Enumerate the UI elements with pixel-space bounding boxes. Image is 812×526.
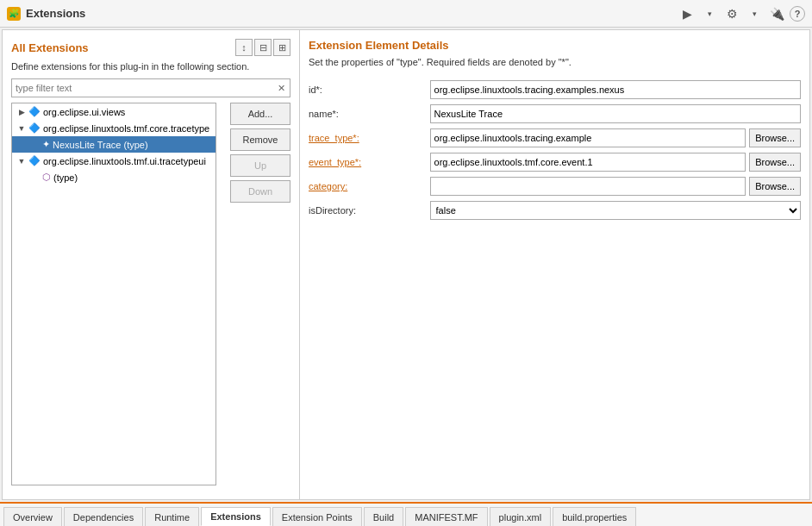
detail-row-id: id*: [309, 78, 801, 102]
detail-desc: Set the properties of "type". Required f… [309, 57, 801, 67]
left-panel: All Extensions ↕ ⊟ ⊞ Define extensions f… [3, 30, 300, 499]
sort-toolbar-btn[interactable]: ↕ [235, 39, 253, 56]
tab-build-properties[interactable]: build.properties [553, 507, 636, 526]
detail-section-title: Extension Element Details [309, 39, 801, 52]
tree-item-tracetype[interactable]: ▼ 🔷 org.eclipse.linuxtools.tmf.core.trac… [12, 120, 215, 136]
all-extensions-title: All Extensions [11, 41, 89, 54]
remove-button[interactable]: Remove [230, 128, 290, 151]
name-input[interactable] [430, 104, 801, 123]
title-bar-left: 🧩 Extensions [7, 7, 85, 21]
btn-panel: Add... Remove Up Down [223, 103, 290, 491]
tab-dependencies[interactable]: Dependencies [64, 507, 143, 526]
event-type-input-group: Browse... [430, 153, 801, 172]
tree-label-type: (type) [53, 172, 78, 183]
category-browse-button[interactable]: Browse... [749, 177, 801, 196]
detail-row-trace-type: trace_type*: Browse... [309, 126, 801, 150]
detail-label-event-type[interactable]: event_type*: [309, 150, 430, 174]
tree-item-nexuslite[interactable]: ✦ NexusLite Trace (type) [12, 136, 215, 153]
extension-icon-views: 🔷 [28, 106, 41, 117]
down-button[interactable]: Down [230, 180, 290, 203]
up-button[interactable]: Up [230, 154, 290, 177]
filter-input-wrap: ✕ [11, 78, 290, 97]
detail-value-is-directory: false true [430, 198, 801, 222]
title-bar-title: Extensions [26, 7, 85, 20]
section-desc: Define extensions for this plug-in in th… [11, 61, 290, 72]
tree-and-buttons: ▶ 🔷 org.eclipse.ui.views ▼ 🔷 org.eclipse… [11, 103, 290, 491]
extension-icon-tracetype: 🔷 [28, 122, 41, 134]
category-input[interactable] [430, 177, 746, 196]
extension-icon-tracetypeui: 🔷 [28, 155, 41, 166]
expand-tracetypeui[interactable]: ▼ [17, 157, 26, 166]
tree-label-tracetypeui: org.eclipse.linuxtools.tmf.ui.tracetypeu… [43, 156, 206, 166]
tab-extension-points[interactable]: Extension Points [272, 507, 362, 526]
bottom-tabs: Overview Dependencies Runtime Extensions… [0, 502, 812, 526]
detail-row-is-directory: isDirectory: false true [309, 198, 801, 222]
plugin-tools-button[interactable]: 🔌 [767, 4, 786, 23]
detail-label-trace-type[interactable]: trace_type*: [309, 126, 430, 150]
tree-label-tracetype: org.eclipse.linuxtools.tmf.core.tracetyp… [43, 123, 209, 134]
main-content: All Extensions ↕ ⊟ ⊞ Define extensions f… [2, 29, 810, 500]
expand-tracetype[interactable]: ▼ [17, 124, 26, 133]
help-button[interactable]: ? [790, 6, 805, 22]
tab-plugin-xml[interactable]: plugin.xml [490, 507, 552, 526]
tree-item-type[interactable]: ⬡ (type) [12, 169, 215, 185]
detail-value-id [430, 78, 801, 102]
tab-runtime[interactable]: Runtime [145, 507, 199, 526]
detail-label-category[interactable]: category: [309, 174, 430, 198]
settings-button[interactable]: ⚙ [722, 4, 741, 23]
right-panel: Extension Element Details Set the proper… [300, 30, 809, 499]
detail-row-event-type: event_type*: Browse... [309, 150, 801, 174]
tree-label-views: org.eclipse.ui.views [43, 107, 125, 117]
expand-views[interactable]: ▶ [17, 108, 26, 116]
run-button[interactable]: ▶ [678, 4, 696, 23]
tab-overview[interactable]: Overview [3, 507, 62, 526]
trace-type-browse-button[interactable]: Browse... [749, 128, 801, 147]
title-bar: 🧩 Extensions ▶ ▾ ⚙ ▾ 🔌 ? [0, 0, 812, 28]
detail-label-id: id*: [309, 78, 430, 102]
category-input-group: Browse... [430, 177, 801, 196]
filter-input[interactable] [11, 78, 290, 97]
tree-item-views[interactable]: ▶ 🔷 org.eclipse.ui.views [12, 103, 215, 120]
tree-container[interactable]: ▶ 🔷 org.eclipse.ui.views ▼ 🔷 org.eclipse… [11, 103, 216, 485]
detail-form: id*: name*: trace_type*: Browse... [309, 78, 801, 222]
trace-type-input[interactable] [430, 128, 746, 147]
tree-label-nexuslite: NexusLite Trace (type) [53, 140, 148, 150]
is-directory-select[interactable]: false true [430, 201, 801, 220]
detail-value-trace-type: Browse... [430, 126, 801, 150]
tree-wrap: ▶ 🔷 org.eclipse.ui.views ▼ 🔷 org.eclipse… [11, 103, 216, 491]
detail-row-category: category: Browse... [309, 174, 801, 198]
expand-toolbar-btn[interactable]: ⊞ [273, 39, 290, 56]
id-input[interactable] [430, 80, 801, 99]
event-type-browse-button[interactable]: Browse... [749, 153, 801, 172]
tree-item-tracetypeui[interactable]: ▼ 🔷 org.eclipse.linuxtools.tmf.ui.tracet… [12, 153, 215, 169]
detail-row-name: name*: [309, 102, 801, 126]
tab-extensions[interactable]: Extensions [201, 507, 271, 526]
detail-label-name: name*: [309, 102, 430, 126]
left-panel-toolbar: ↕ ⊟ ⊞ [235, 39, 290, 56]
extensions-icon: 🧩 [7, 7, 21, 21]
title-bar-right: ▶ ▾ ⚙ ▾ 🔌 ? [678, 4, 805, 23]
add-button[interactable]: Add... [230, 103, 290, 125]
type-icon-nexuslite: ✦ [42, 139, 50, 150]
event-type-input[interactable] [430, 153, 746, 172]
detail-label-is-directory: isDirectory: [309, 198, 430, 222]
trace-type-input-group: Browse... [430, 128, 801, 147]
filter-clear-button[interactable]: ✕ [273, 80, 289, 96]
collapse-toolbar-btn[interactable]: ⊟ [254, 39, 272, 56]
tab-build[interactable]: Build [364, 507, 403, 526]
detail-value-category: Browse... [430, 174, 801, 198]
run-dropdown-button[interactable]: ▾ [700, 4, 719, 23]
type-icon-type: ⬡ [42, 172, 51, 183]
detail-value-name [430, 102, 801, 126]
tab-manifest[interactable]: MANIFEST.MF [405, 507, 487, 526]
detail-value-event-type: Browse... [430, 150, 801, 174]
settings-dropdown-button[interactable]: ▾ [745, 4, 764, 23]
